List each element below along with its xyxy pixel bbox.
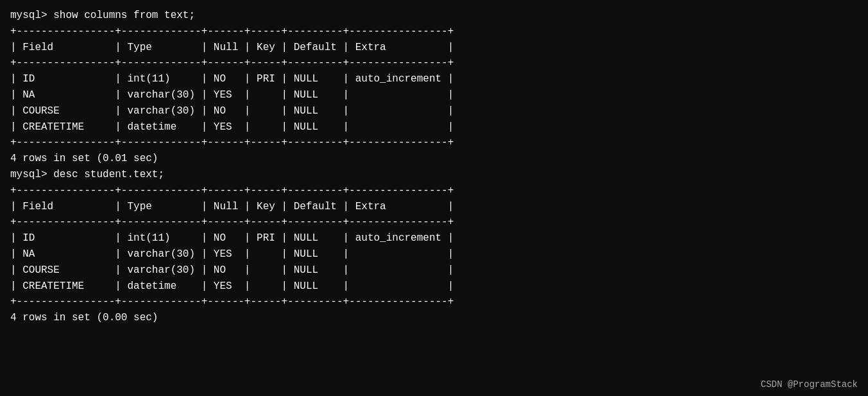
table-header-1: | Field | Type | Null | Key | Default | … (10, 40, 858, 56)
footer-2: 4 rows in set (0.00 sec) (10, 310, 858, 326)
separator-top-1: +----------------+-------------+------+-… (10, 24, 858, 40)
separator-top-2: +----------------+-------------+------+-… (10, 183, 858, 199)
table-row: | CREATETIME | datetime | YES | | NULL |… (10, 279, 858, 295)
separator-mid-1: +----------------+-------------+------+-… (10, 55, 858, 71)
separator-bot-1: +----------------+-------------+------+-… (10, 135, 858, 151)
table-header-2: | Field | Type | Null | Key | Default | … (10, 199, 858, 215)
table-row: | NA | varchar(30) | YES | | NULL | | (10, 87, 858, 103)
table-row: | CREATETIME | datetime | YES | | NULL |… (10, 119, 858, 135)
watermark-label: CSDN @ProgramStack (761, 379, 858, 390)
table-row: | NA | varchar(30) | YES | | NULL | | (10, 246, 858, 263)
footer-1: 4 rows in set (0.01 sec) (10, 151, 858, 167)
command-line-2: mysql> desc student.text; (10, 167, 858, 183)
separator-bot-2: +----------------+-------------+------+-… (10, 294, 858, 310)
table-row: | COURSE | varchar(30) | NO | | NULL | | (10, 263, 858, 279)
table-row: | ID | int(11) | NO | PRI | NULL | auto_… (10, 71, 858, 87)
table-row: | ID | int(11) | NO | PRI | NULL | auto_… (10, 230, 858, 246)
terminal: mysql> show columns from text;+---------… (10, 8, 858, 326)
command-line-1: mysql> show columns from text; (10, 8, 858, 24)
separator-mid-2: +----------------+-------------+------+-… (10, 214, 858, 230)
table-row: | COURSE | varchar(30) | NO | | NULL | | (10, 103, 858, 119)
